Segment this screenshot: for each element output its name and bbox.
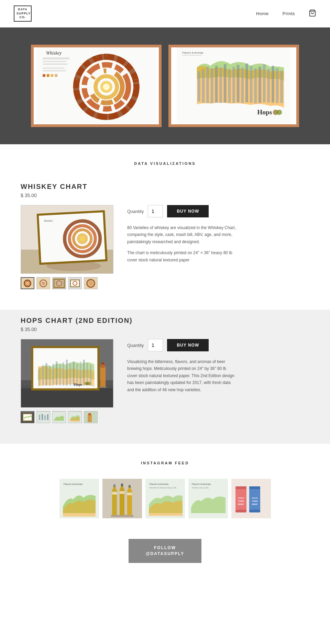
whiskey-thumb-3[interactable] [52,277,66,289]
svg-rect-121 [99,386,106,388]
hops-main-image: Hops [21,339,113,408]
svg-rect-52 [241,67,244,103]
cart-icon[interactable] [309,9,316,18]
svg-rect-118 [100,366,106,387]
svg-text:TOWN: TOWN [238,500,244,502]
follow-button[interactable]: FOLLOW @DATASUPPLY [129,539,201,563]
instagram-post-3[interactable]: Flavors & AromasMandarine Bavaria Hops (… [145,479,185,518]
svg-rect-165 [249,486,260,489]
hops-quantity-row: Quantity BUY NOW [127,339,309,351]
whiskey-thumbnails [21,277,113,289]
hops-quantity-label: Quantity [127,343,144,348]
hops-thumbnails [21,411,113,423]
svg-text:Flavors & Aromas: Flavors & Aromas [182,51,204,54]
svg-point-82 [42,282,45,285]
svg-text:Flavors & Aromas: Flavors & Aromas [192,483,211,485]
whiskey-thumb-2[interactable] [36,277,50,289]
hops-info-column: Quantity BUY NOW Visualizing the bittern… [127,339,309,393]
whiskey-quantity-input[interactable] [148,205,163,217]
svg-point-64 [277,110,282,115]
whiskey-buy-now-button[interactable]: BUY NOW [167,205,209,217]
svg-rect-45 [211,68,213,103]
svg-rect-43 [202,69,205,102]
svg-text:Hops: Hops [257,109,272,116]
nav-home[interactable]: Home [256,11,269,16]
instagram-post-1[interactable]: Flavors & Aromas [59,479,99,518]
hops-product-price: $ 35.00 [21,327,309,332]
svg-rect-150 [127,493,132,495]
svg-rect-101 [45,363,47,386]
svg-rect-57 [263,64,266,102]
section-title: DATA VISUALIZATIONS [0,144,330,176]
svg-rect-103 [52,364,54,385]
svg-rect-148 [112,492,117,495]
svg-rect-141 [113,484,116,487]
svg-rect-8 [43,74,45,77]
svg-rect-120 [101,362,104,364]
svg-rect-46 [215,66,218,103]
whiskey-quantity-label: Quantity [127,209,144,214]
svg-rect-128 [44,415,46,420]
hops-thumb-2[interactable] [36,411,50,423]
svg-rect-53 [245,64,248,102]
svg-rect-108 [69,363,71,386]
svg-point-79 [26,282,29,284]
hops-thumb-5[interactable] [84,411,98,423]
whiskey-product-section: WHISKEY CHART $ 35.00 Whiskey [0,176,330,310]
site-logo[interactable]: DATA SUPPLY CO. [14,5,32,22]
hops-product-title: HOPS CHART (2ND EDITION) [21,317,309,325]
svg-point-92 [88,281,93,286]
instagram-post-5[interactable]: COLD TOWN BEER COLD TOWN BEER [231,479,271,518]
hops-buy-now-button[interactable]: BUY NOW [167,339,209,351]
svg-rect-147 [129,485,131,488]
svg-text:Hops: Hops [74,382,82,386]
whiskey-thumb-5[interactable] [84,277,98,289]
instagram-post-4[interactable]: Flavors & AromasPacifica Hops (28) [188,479,228,518]
svg-text:Mandarine Bavaria Hops (24): Mandarine Bavaria Hops (24) [150,487,176,489]
svg-rect-164 [249,487,260,511]
whiskey-quantity-row: Quantity BUY NOW [127,205,309,217]
hops-product-layout: Hops [21,339,309,423]
whiskey-thumb-4[interactable] [68,277,82,289]
svg-text:Flavors & Aromas: Flavors & Aromas [64,483,83,485]
svg-rect-42 [198,71,200,102]
svg-rect-61 [280,71,283,103]
svg-rect-105 [59,364,61,386]
svg-rect-160 [235,510,246,512]
svg-rect-55 [254,68,257,103]
hero-whiskey-frame: Whiskey [31,45,162,127]
hops-thumb-4[interactable] [68,411,82,423]
svg-rect-133 [88,415,92,422]
whiskey-image-column: Whiskey [21,205,113,289]
svg-rect-47 [219,67,222,103]
svg-rect-56 [258,67,261,103]
site-header: DATA SUPPLY CO. Home Prints [0,0,330,27]
nav-prints[interactable]: Prints [283,11,295,16]
svg-rect-126 [39,415,40,420]
svg-text:BEER: BEER [252,503,257,505]
svg-text:Whiskey: Whiskey [44,219,53,223]
hops-image-column: Hops [21,339,113,423]
whiskey-main-image: Whiskey [21,205,113,274]
main-nav: Home Prints [256,9,316,18]
svg-point-117 [87,382,91,385]
hops-thumb-1[interactable] [21,411,34,423]
instagram-post-2[interactable] [102,479,142,518]
svg-rect-41 [182,55,202,56]
svg-rect-99 [39,367,41,386]
svg-rect-112 [83,360,85,385]
svg-point-18 [103,83,109,90]
svg-rect-166 [249,510,260,512]
hops-thumb-3[interactable] [52,411,66,423]
svg-text:COLD: COLD [238,497,244,499]
hops-quantity-input[interactable] [148,339,163,351]
whiskey-product-layout: Whiskey [21,205,309,289]
svg-rect-5 [43,64,68,65]
hops-description: Visualizing the bitterness, flavors, and… [127,358,237,393]
svg-rect-11 [55,74,57,77]
whiskey-thumb-1[interactable] [21,277,34,289]
svg-rect-127 [42,414,43,420]
svg-rect-134 [88,413,91,415]
whiskey-description: 80 Varieties of whiskey are visualized i… [127,224,237,263]
hero-banner: Whiskey [0,27,330,144]
